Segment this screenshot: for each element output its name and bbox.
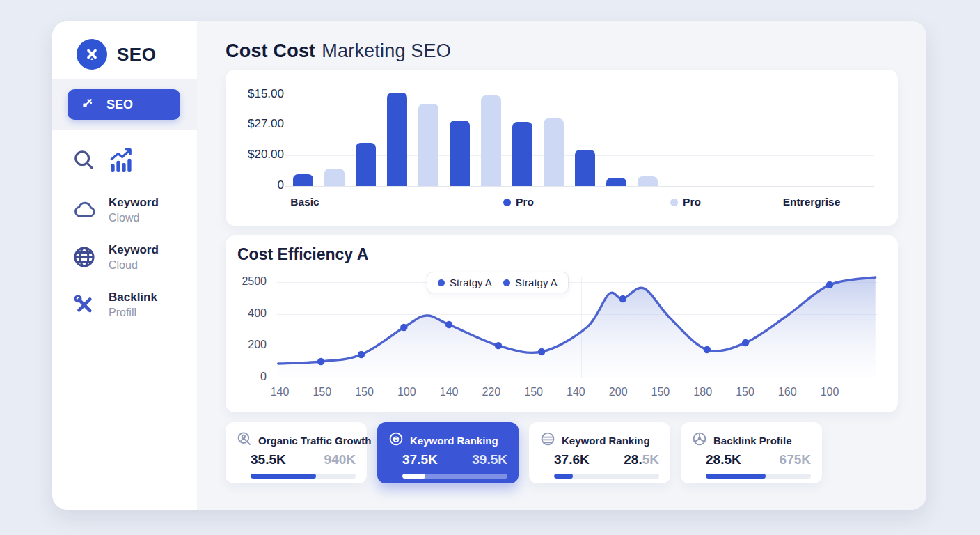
nav-item-text: Backlink Profill (109, 290, 157, 320)
progress-bar (402, 474, 507, 479)
bar-2[interactable] (324, 169, 345, 186)
tools-icon (70, 290, 99, 318)
sidebar-item-keyword-cloud[interactable]: Keyword Cloud (70, 243, 197, 272)
stat-card-keyword-ranking[interactable]: Keyword Ranking 37.6K 28.5K (529, 422, 670, 483)
page-title-bold: Cost Cost (226, 40, 315, 61)
stat-card-keyword-ranking-active[interactable]: Keyword Ranking 37.5K 39.5K (377, 422, 519, 483)
stat-value-primary: 28.5K (706, 452, 741, 467)
stat-value-secondary: 39.5K (472, 452, 507, 467)
search-icon[interactable] (71, 147, 97, 173)
stat-value-secondary: 940K (324, 452, 356, 467)
bar-3[interactable] (356, 143, 376, 186)
bar-x-label-pro[interactable]: Pro (670, 196, 701, 208)
globe-lines-icon (540, 431, 555, 449)
sidebar-item-keyword-clowd[interactable]: Keyword Clowd (70, 196, 197, 225)
line-x-tick-label: 150 (651, 386, 670, 398)
stat-card-backlink-profile[interactable]: Backlink Profile 28.5K 675K (681, 422, 822, 483)
sidebar-icon-row (52, 130, 197, 173)
progress-bar (706, 474, 811, 479)
bar-y-tick-label: $20.00 (232, 148, 284, 162)
progress-bar (554, 474, 659, 479)
bar-8[interactable] (512, 122, 532, 186)
bar-4[interactable] (387, 93, 407, 186)
bar-y-tick-label: $15.00 (232, 87, 284, 101)
line-gridline (277, 378, 878, 378)
line-chart-title: Cost Efficiency A (237, 245, 368, 264)
bar-chart-card: $15.00$27.00$20.000BasicProProEntrergris… (226, 70, 898, 226)
stat-value-primary: 35.5K (251, 452, 286, 467)
bar-10[interactable] (575, 150, 595, 186)
data-point-3[interactable] (400, 324, 407, 331)
sidebar-item-seo[interactable]: SEO (68, 89, 180, 120)
data-point-6[interactable] (495, 342, 502, 349)
seo-tools-icon (80, 95, 95, 114)
line-vgridline (581, 277, 582, 378)
page-title: Cost CostMarketing SEO (226, 40, 898, 62)
line-y-tick-label: 0 (226, 371, 267, 383)
progress-fill (251, 474, 316, 479)
nav-item-title: Keyword (109, 196, 159, 210)
legend-item-strategy-a-2[interactable]: Stratgy A (503, 277, 558, 288)
stat-value-secondary: 675K (780, 452, 811, 467)
app-window: SEO SEO (52, 21, 926, 510)
bar-x-label-entrergrise: Entrergrise (783, 196, 841, 208)
stat-title: Backlink Profile (713, 435, 792, 447)
line-x-tick-label: 140 (440, 386, 459, 398)
nav-item-subtitle: Cloud (109, 259, 159, 272)
data-point-14[interactable] (742, 339, 749, 346)
line-chart-card: Cost Efficiency A Stratgy A Stratgy A 25… (226, 235, 898, 412)
stat-card-organic-traffic[interactable]: Organic Traffic Growth 35.5K 940K (226, 422, 367, 483)
bar-x-label-text: Pro (683, 196, 701, 208)
line-gridline (277, 314, 878, 315)
legend-label: Stratgy A (450, 277, 492, 288)
legend-item-strategy-a-1[interactable]: Stratgy A (438, 277, 492, 288)
nav-item-text: Keyword Clowd (109, 196, 159, 225)
line-x-tick-label: 150 (313, 386, 331, 398)
data-point-16[interactable] (826, 281, 833, 288)
nav-item-text: Keyword Cloud (109, 243, 159, 272)
windmill-logo-icon (77, 39, 107, 70)
data-point-13[interactable] (704, 346, 711, 353)
progress-fill (706, 474, 766, 479)
active-nav-band: SEO (52, 79, 197, 130)
line-gridline (277, 346, 878, 346)
sidebar-item-backlink-profile[interactable]: Backlink Profill (70, 290, 197, 320)
legend-dot-icon (503, 199, 511, 206)
page-background: SEO SEO (0, 0, 980, 535)
data-point-10[interactable] (619, 295, 626, 302)
bar-5[interactable] (418, 104, 438, 186)
progress-bar (251, 474, 356, 479)
legend-dot-icon (438, 279, 445, 286)
line-x-tick-label: 150 (524, 386, 543, 398)
bar-1[interactable] (293, 174, 313, 186)
line-x-tick-label: 140 (567, 386, 585, 398)
stat-value-primary: 37.6K (554, 452, 590, 467)
bar-6[interactable] (450, 121, 470, 186)
bar-x-label-text: Pro (516, 196, 534, 208)
sidebar-item-label: SEO (106, 98, 133, 112)
data-point-5[interactable] (445, 321, 452, 328)
stat-cards-row: Organic Traffic Growth 35.5K 940K (226, 422, 898, 483)
bar-11[interactable] (606, 178, 626, 186)
bar-12[interactable] (638, 176, 658, 186)
bar-x-label-pro[interactable]: Pro (503, 196, 534, 208)
line-x-tick-label: 100 (397, 386, 416, 398)
bar-7[interactable] (481, 95, 501, 186)
trending-chart-icon[interactable] (109, 147, 135, 173)
page-title-rest: Marketing SEO (322, 40, 451, 61)
data-point-7[interactable] (538, 348, 545, 355)
line-y-tick-label: 400 (226, 307, 267, 320)
legend-dot-icon (670, 199, 678, 206)
line-x-tick-label: 100 (821, 386, 839, 398)
main-content: Cost CostMarketing SEO $15.00$27.00$20.0… (197, 21, 926, 510)
bar-x-label-basic: Basic (290, 196, 319, 208)
line-gridline (277, 282, 878, 283)
at-circle-icon (388, 431, 404, 449)
legend-label: Stratgy A (515, 277, 558, 288)
line-y-tick-label: 200 (226, 339, 267, 351)
bar-9[interactable] (544, 118, 564, 186)
nav-item-subtitle: Clowd (109, 212, 159, 224)
data-point-1[interactable] (317, 358, 324, 365)
data-point-2[interactable] (358, 351, 365, 358)
chart-legend: Stratgy A Stratgy A (427, 272, 569, 293)
